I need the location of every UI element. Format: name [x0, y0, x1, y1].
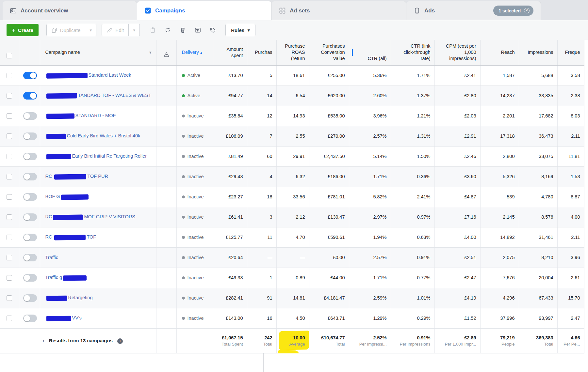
campaign-name-link[interactable]: VV's — [45, 315, 82, 320]
chevron-right-icon[interactable]: › — [42, 337, 44, 344]
cell-ctr_all: 5.36% — [349, 65, 391, 85]
row-checkbox[interactable] — [7, 73, 12, 78]
row-checkbox[interactable] — [7, 316, 12, 321]
ctr-link-header[interactable]: CTR (link click-through rate) — [391, 40, 434, 65]
campaign-name-link[interactable]: TANDARD TOF - WALES & WEST — [45, 93, 151, 98]
row-checkbox[interactable] — [7, 194, 12, 200]
selected-count-badge[interactable]: 1 selected ✕ — [493, 6, 533, 16]
cell-spent: £282.41 — [213, 288, 247, 308]
campaign-name-link[interactable]: Traffic — [45, 255, 58, 260]
row-checkbox[interactable] — [7, 154, 12, 159]
conversion-value-header[interactable]: Purchases Conversion Value — [309, 40, 349, 65]
select-all-checkbox[interactable] — [7, 53, 12, 58]
delivery-status-dot — [182, 135, 185, 138]
tab-account-overview[interactable]: Account overview — [3, 1, 137, 20]
campaign-row: Traffic gInactive£49.3310.89£44.001.71%0… — [0, 268, 584, 288]
campaign-name-link[interactable]: RCMOF GRIP V VISITORS — [45, 214, 136, 219]
clear-selection-icon[interactable]: ✕ — [524, 8, 530, 13]
tab-campaigns[interactable]: Campaigns — [137, 1, 272, 20]
cell-spent: £13.70 — [213, 65, 247, 85]
purchases-header[interactable]: Purchas — [247, 40, 276, 65]
tag-icon-button[interactable] — [205, 24, 220, 36]
campaign-name-link[interactable]: RC TOF PUR — [45, 174, 108, 179]
campaign-toggle[interactable] — [23, 234, 37, 241]
cell-ctr_link: 0.36% — [391, 166, 434, 187]
campaign-name-link[interactable]: RC TOF — [45, 234, 96, 240]
tab-ads[interactable]: Ads 1 selected ✕ — [406, 1, 541, 20]
campaign-name-link[interactable]: STANDARD - MOF — [45, 113, 116, 118]
campaign-toggle[interactable] — [23, 274, 37, 282]
row-checkbox[interactable] — [7, 275, 12, 281]
campaign-row: STANDARD - MOFInactive£35.841214.93£535.… — [0, 106, 584, 126]
create-button[interactable]: + Create — [7, 24, 39, 36]
delivery-status-text: Inactive — [188, 154, 204, 159]
cpm-header[interactable]: CPM (cost per 1,000 impressions) — [434, 40, 480, 65]
tab-label: Ads — [424, 8, 435, 14]
cell-cpm: £4.00 — [434, 227, 480, 247]
cell-value: £270.00 — [309, 126, 349, 146]
results-summary-cell[interactable]: › Results from 13 campaigns i — [0, 328, 156, 353]
tab-ad-sets[interactable]: Ad sets — [272, 1, 406, 20]
campaign-name-link[interactable]: BOF G — [45, 194, 90, 199]
tab-label: Campaigns — [155, 8, 185, 14]
duplicate-dropdown-button[interactable]: ▾ — [85, 24, 96, 36]
impressions-header[interactable]: Impressions — [519, 40, 557, 65]
rules-button[interactable]: Rules ▾ — [225, 24, 255, 36]
ab-test-icon-button[interactable] — [190, 24, 205, 36]
edit-dropdown-button[interactable]: ▾ — [129, 24, 140, 36]
campaign-name-link[interactable]: Early Bird Initial Re Targeting Roller — [45, 153, 147, 159]
clipboard-icon-button[interactable] — [145, 24, 160, 36]
amount-spent-header[interactable]: Amount spent — [213, 40, 247, 65]
campaign-row: Cold Early Bird Wales + Bristol 40kInact… — [0, 126, 584, 146]
campaign-name-link[interactable]: Standard Last Week — [45, 72, 131, 78]
refresh-icon-button[interactable] — [160, 24, 175, 36]
campaign-name-link[interactable]: Retargeting — [45, 295, 93, 300]
row-checkbox[interactable] — [7, 255, 12, 260]
footer-cpm: £2.89 Per 1,000 Impr... — [434, 328, 480, 353]
campaign-toggle[interactable] — [23, 173, 37, 180]
campaign-toggle[interactable] — [23, 72, 37, 79]
row-checkbox[interactable] — [7, 214, 12, 220]
ad-sets-grid-icon — [279, 7, 286, 14]
duplicate-button[interactable]: Duplicate — [46, 24, 86, 36]
purchase-roas-header[interactable]: Purchase ROAS (return — [276, 40, 309, 65]
campaign-toggle[interactable] — [23, 254, 37, 261]
toggle-column-header — [19, 40, 40, 65]
bottom-strip — [0, 353, 588, 372]
cell-impressions: 33,075 — [519, 146, 557, 166]
campaign-toggle[interactable] — [23, 153, 37, 160]
campaign-toggle[interactable] — [23, 92, 37, 100]
caret-down-icon[interactable]: ▾ — [149, 50, 152, 55]
reach-header[interactable]: Reach — [480, 40, 519, 65]
edit-button[interactable]: Edit — [102, 24, 129, 36]
row-checkbox[interactable] — [7, 93, 12, 99]
row-checkbox[interactable] — [7, 235, 12, 240]
row-checkbox[interactable] — [7, 113, 12, 119]
campaign-toggle[interactable] — [23, 132, 37, 140]
row-checkbox[interactable] — [7, 295, 12, 301]
campaign-toggle[interactable] — [23, 213, 37, 221]
delivery-status-text: Inactive — [188, 255, 204, 260]
issues-column-header[interactable] — [156, 40, 176, 65]
row-checkbox[interactable] — [7, 133, 12, 139]
row-checkbox[interactable] — [7, 174, 12, 179]
campaign-toggle[interactable] — [23, 112, 37, 120]
cell-ctr_all: 3.96% — [349, 106, 391, 126]
campaign-toggle[interactable] — [23, 315, 37, 322]
cell-ctr_all: 2.60% — [349, 85, 391, 106]
cell-reach: 539 — [480, 187, 519, 207]
campaign-toggle[interactable] — [23, 193, 37, 201]
campaign-toggle[interactable] — [23, 294, 37, 302]
ctr-all-header[interactable]: CTR (all) — [349, 40, 391, 65]
frequency-header[interactable]: Freque — [557, 40, 584, 65]
delivery-header[interactable]: Delivery ▴ — [176, 40, 213, 65]
campaign-name-header[interactable]: Campaign name ▾ — [40, 40, 156, 65]
cell-roas: 14.81 — [276, 288, 309, 308]
delete-icon-button[interactable] — [175, 24, 190, 36]
cell-reach: 2,145 — [480, 207, 519, 227]
campaign-name-link[interactable]: Cold Early Bird Wales + Bristol 40k — [45, 133, 140, 138]
info-icon[interactable]: i — [117, 338, 123, 344]
cell-reach: 7,676 — [480, 268, 519, 288]
campaign-name-link[interactable]: Traffic g — [45, 275, 88, 280]
cell-purchases: — — [247, 247, 276, 268]
